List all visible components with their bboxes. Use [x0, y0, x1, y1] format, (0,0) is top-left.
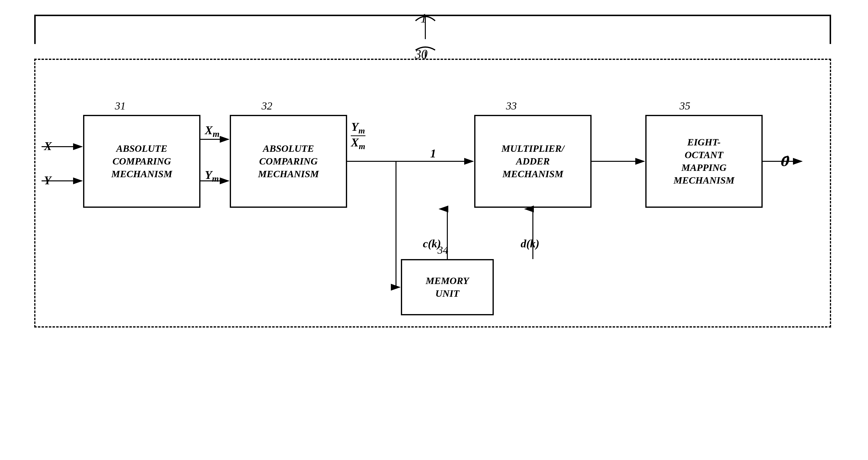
block-31: ABSOLUTECOMPARINGMECHANISM — [83, 115, 200, 208]
signal-1-label: 1 — [430, 147, 436, 160]
xm-label: Xm — [205, 123, 219, 139]
block-32-label: ABSOLUTECOMPARINGMECHANISM — [258, 142, 319, 180]
block-33-label: MULTIPLIER/ADDERMECHANISM — [501, 142, 564, 180]
dk-label: d(k) — [521, 237, 539, 250]
outer-bracket — [34, 15, 831, 44]
ck-label: c(k) — [423, 237, 441, 250]
output-theta-label: θ̂ — [780, 154, 788, 169]
ref-33: 33 — [506, 100, 517, 112]
block-31-label: ABSOLUTECOMPARINGMECHANISM — [112, 142, 172, 180]
block-32: ABSOLUTECOMPARINGMECHANISM — [230, 115, 347, 208]
ref-label-1: 1 — [421, 11, 427, 25]
ref-32: 32 — [261, 100, 272, 112]
block-33: MULTIPLIER/ADDERMECHANISM — [474, 115, 592, 208]
diagram-container: 1 30 ABSOLUTECOMPARINGMECHANISM 31 ABSOL… — [20, 10, 846, 450]
ref-31: 31 — [115, 100, 126, 112]
block-34-label: MEMORYUNIT — [426, 275, 469, 300]
block-35: EIGHT-OCTANTMAPPINGMECHANISM — [645, 115, 763, 208]
ref-35: 35 — [680, 100, 690, 112]
input-y-label: Y — [44, 174, 51, 187]
ym-xm-label: Ym Xm — [351, 121, 366, 150]
block-34: MEMORYUNIT — [401, 259, 494, 315]
input-x-label: X — [44, 139, 52, 153]
block-35-label: EIGHT-OCTANTMAPPINGMECHANISM — [674, 136, 735, 187]
ym-label: Ym — [205, 168, 219, 184]
